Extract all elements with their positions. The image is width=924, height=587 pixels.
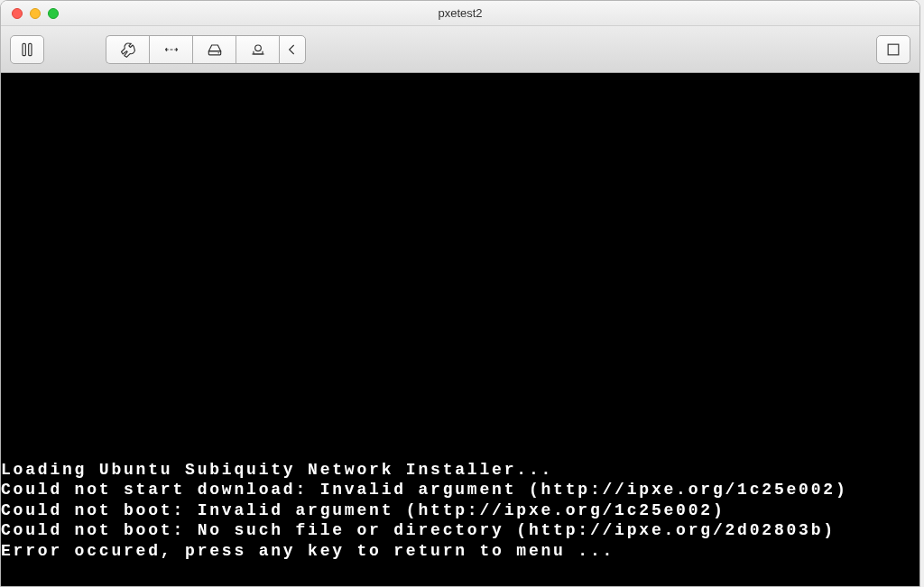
titlebar: pxetest2 xyxy=(1,1,919,26)
console-line: Loading Ubuntu Subiquity Network Install… xyxy=(1,460,919,481)
traffic-lights xyxy=(1,8,59,19)
toolbar-group xyxy=(106,35,306,64)
console-line: Error occured, press any key to return t… xyxy=(1,541,919,562)
svg-rect-7 xyxy=(888,44,899,55)
svg-point-3 xyxy=(171,49,172,50)
console-line: Could not boot: Invalid argument (http:/… xyxy=(1,500,919,521)
close-button[interactable] xyxy=(12,8,23,19)
pause-button[interactable] xyxy=(10,35,44,64)
svg-point-6 xyxy=(254,45,261,51)
resize-button[interactable] xyxy=(149,35,192,64)
vm-window: pxetest2 xyxy=(0,0,920,587)
disk-button[interactable] xyxy=(192,35,236,64)
svg-point-2 xyxy=(170,49,171,50)
chevron-left-icon xyxy=(283,41,301,59)
collapse-button[interactable] xyxy=(279,35,306,64)
camera-icon xyxy=(249,41,267,59)
wrench-icon xyxy=(119,41,137,59)
toolbar-right xyxy=(876,35,910,64)
fullscreen-button[interactable] xyxy=(876,35,910,64)
svg-rect-1 xyxy=(29,43,32,55)
svg-rect-0 xyxy=(23,43,25,55)
toolbar xyxy=(1,26,919,73)
console-output[interactable]: Loading Ubuntu Subiquity Network Install… xyxy=(1,73,919,586)
settings-button[interactable] xyxy=(106,35,149,64)
console-line: Could not start download: Invalid argume… xyxy=(1,480,919,500)
minimize-button[interactable] xyxy=(30,8,41,19)
window-title: pxetest2 xyxy=(1,6,919,20)
pause-icon xyxy=(18,41,36,59)
fullscreen-icon xyxy=(884,41,902,59)
disk-icon xyxy=(206,41,224,59)
resize-icon xyxy=(162,41,180,59)
toolbar-left xyxy=(10,35,306,64)
zoom-button[interactable] xyxy=(48,8,59,19)
console-line: Could not boot: No such file or director… xyxy=(1,520,919,541)
camera-button[interactable] xyxy=(236,35,279,64)
svg-point-5 xyxy=(217,52,218,53)
